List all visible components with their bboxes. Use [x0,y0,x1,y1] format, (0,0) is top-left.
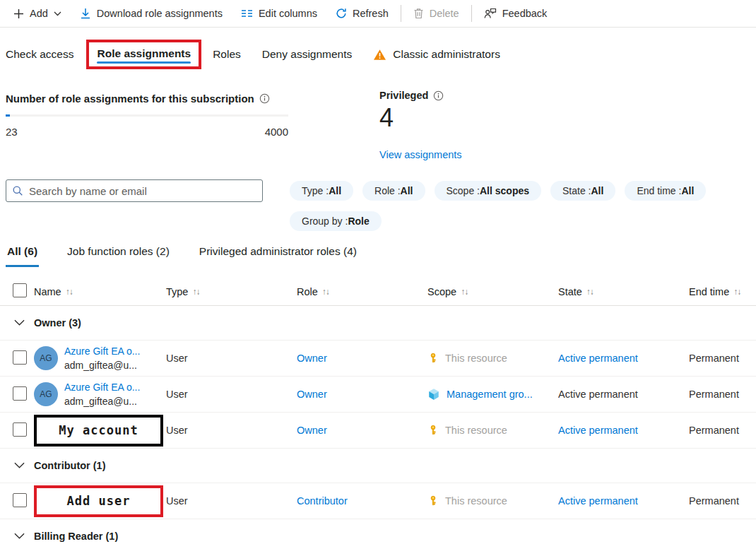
pill-value: All [401,185,413,196]
column-label: End time [689,286,729,297]
column-label: Role [297,286,318,297]
refresh-button[interactable]: Refresh [326,1,398,26]
assignee-email: adm_giftea@u... [64,358,140,372]
info-icon[interactable] [259,93,270,104]
selected-view-tab-underline [6,265,39,267]
scope-label: This resource [445,425,507,436]
tab-deny-assignments[interactable]: Deny assignments [262,48,353,61]
tab-check-access[interactable]: Check access [6,48,73,61]
view-assignments-link[interactable]: View assignments [379,149,462,160]
management-group-icon [427,388,440,401]
pill-label: State : [562,185,591,196]
privileged-card: Privileged 4 View assignments [379,90,462,161]
column-header-state[interactable]: State↑↓ [558,286,689,297]
state-link[interactable]: Active permanent [558,425,638,436]
table-row: AG Azure Gift EA o... adm_giftea@u... Us… [0,341,756,377]
info-icon[interactable] [433,90,444,101]
warning-icon [373,49,386,61]
group-header-owner: Owner (3) [0,306,756,341]
group-label: Owner (3) [34,317,81,329]
privileged-title: Privileged [379,90,428,101]
group-header-billing-reader: Billing Reader (1) [0,519,756,544]
role-link[interactable]: Contributor [297,495,348,507]
filter-pill-scope[interactable]: Scope : All scopes [435,181,542,201]
table-row: Add user User Contributor This resource … [0,483,756,519]
column-label: Name [34,286,61,297]
column-header-role[interactable]: Role↑↓ [297,286,427,297]
group-by-pill-row: Group by : Role [290,211,382,231]
filter-pill-type[interactable]: Type : All [290,181,353,201]
assignments-progress-bar [6,114,288,117]
tab-classic-administrators[interactable]: Classic administrators [373,48,500,61]
column-header-end-time[interactable]: End time↑↓ [689,286,756,297]
refresh-label: Refresh [353,8,389,19]
annotation-black-box-my-account[interactable]: My account [34,415,163,447]
privileged-count: 4 [379,104,462,132]
filter-pill-state[interactable]: State : All [550,181,615,201]
state-cell: Active permanent [558,389,689,400]
download-role-assignments-button[interactable]: Download role assignments [71,1,232,26]
search-input[interactable] [6,179,263,202]
assignments-count-card: Number of role assignments for this subs… [6,93,288,138]
pill-label: End time : [637,185,681,196]
column-header-name[interactable]: Name↑↓ [34,286,166,297]
tab-role-assignments[interactable]: Role assignments [97,47,191,60]
assignee-name-link[interactable]: Azure Gift EA o... [64,344,140,358]
add-button[interactable]: Add [4,1,71,26]
row-checkbox[interactable] [13,350,27,365]
row-checkbox[interactable] [13,386,27,401]
group-header-contributor: Contributor (1) [0,449,756,483]
refresh-icon [336,8,347,19]
column-header-scope[interactable]: Scope↑↓ [427,286,558,297]
type-cell: User [166,425,297,436]
sort-icon: ↑↓ [733,287,740,297]
search-box [6,179,263,202]
page-tab-bar: Check access Role assignments Roles Deny… [6,37,521,71]
view-tab-all[interactable]: All (6) [6,243,39,268]
feedback-icon [484,8,497,19]
select-all-checkbox[interactable] [13,283,27,297]
search-icon [12,185,23,196]
tab-classic-administrators-label: Classic administrators [393,48,500,61]
column-header-type[interactable]: Type↑↓ [166,286,297,297]
chevron-down-icon[interactable] [14,462,25,469]
download-icon [80,8,91,19]
type-cell: User [166,389,297,400]
annotation-red-box-add-user[interactable]: Add user [34,485,163,517]
end-time-cell: Permanent [689,425,756,436]
role-link[interactable]: Owner [297,389,327,400]
view-tab-job-function-roles[interactable]: Job function roles (2) [66,243,171,268]
tab-role-assignments-label: Role assignments [97,47,191,59]
filter-pill-role[interactable]: Role : All [362,181,425,201]
toolbar-divider [401,5,401,22]
delete-label: Delete [430,8,459,19]
scope-link[interactable]: Management gro... [447,389,533,400]
group-by-pill[interactable]: Group by : Role [290,211,382,231]
role-link[interactable]: Owner [297,425,327,436]
row-checkbox[interactable] [13,422,27,437]
table-row: My account User Owner This resource Acti… [0,413,756,449]
assignee-name-link[interactable]: Azure Gift EA o... [64,380,140,394]
filter-pill-end-time[interactable]: End time : All [625,181,706,201]
role-assignments-table: Name↑↓ Type↑↓ Role↑↓ Scope↑↓ State↑↓ End… [0,278,756,544]
state-link[interactable]: Active permanent [558,495,638,507]
chevron-down-icon[interactable] [14,533,25,540]
assignments-current-count: 23 [6,126,18,138]
command-toolbar: Add Download role assignments Edit colum… [0,0,756,28]
chevron-down-icon[interactable] [14,319,25,326]
feedback-button[interactable]: Feedback [475,1,557,26]
state-link[interactable]: Active permanent [558,353,638,364]
row-checkbox[interactable] [13,493,27,507]
delete-button[interactable]: Delete [404,1,468,26]
scope-label: This resource [445,495,507,507]
view-tab-privileged-admin-roles[interactable]: Privileged administrator roles (4) [198,243,358,268]
sort-icon: ↑↓ [586,287,593,297]
edit-columns-label: Edit columns [259,8,317,19]
tab-roles[interactable]: Roles [213,48,241,61]
avatar: AG [34,346,58,370]
role-link[interactable]: Owner [297,353,327,364]
pill-value: All [329,185,341,196]
group-label: Billing Reader (1) [34,531,118,542]
edit-columns-button[interactable]: Edit columns [232,1,326,26]
assignments-progress-fill [6,114,10,117]
